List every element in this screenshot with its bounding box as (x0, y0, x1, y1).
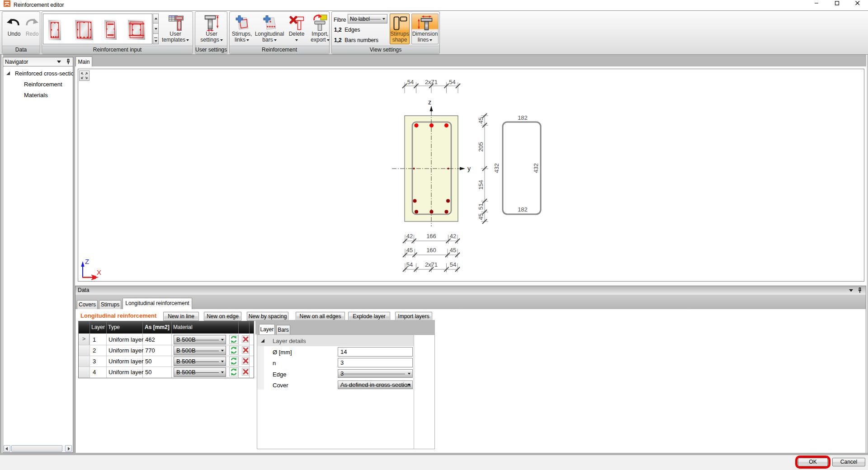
svg-text:54: 54 (407, 79, 414, 85)
svg-text:432: 432 (533, 163, 539, 173)
svg-text:54: 54 (406, 261, 413, 268)
svg-text:54: 54 (449, 79, 455, 85)
svg-text:42: 42 (450, 233, 456, 240)
svg-text:42: 42 (406, 233, 413, 240)
svg-text:2x71: 2x71 (425, 79, 438, 85)
svg-text:160: 160 (426, 247, 436, 254)
svg-text:154: 154 (477, 180, 484, 190)
svg-text:y: y (467, 165, 471, 172)
svg-text:182: 182 (518, 114, 528, 121)
svg-text:2x71: 2x71 (425, 261, 438, 268)
svg-text:45: 45 (477, 117, 484, 123)
svg-text:166: 166 (426, 233, 436, 240)
svg-text:Z: Z (85, 258, 89, 265)
svg-text:45: 45 (450, 247, 456, 254)
svg-text:51: 51 (477, 203, 484, 210)
svg-text:z: z (428, 99, 431, 106)
svg-text:54: 54 (450, 261, 456, 268)
svg-text:X: X (97, 268, 101, 276)
svg-text:432: 432 (493, 163, 500, 173)
svg-text:205: 205 (477, 142, 484, 152)
svg-text:45: 45 (406, 247, 413, 254)
svg-text:182: 182 (518, 206, 528, 213)
svg-text:45: 45 (477, 213, 484, 220)
